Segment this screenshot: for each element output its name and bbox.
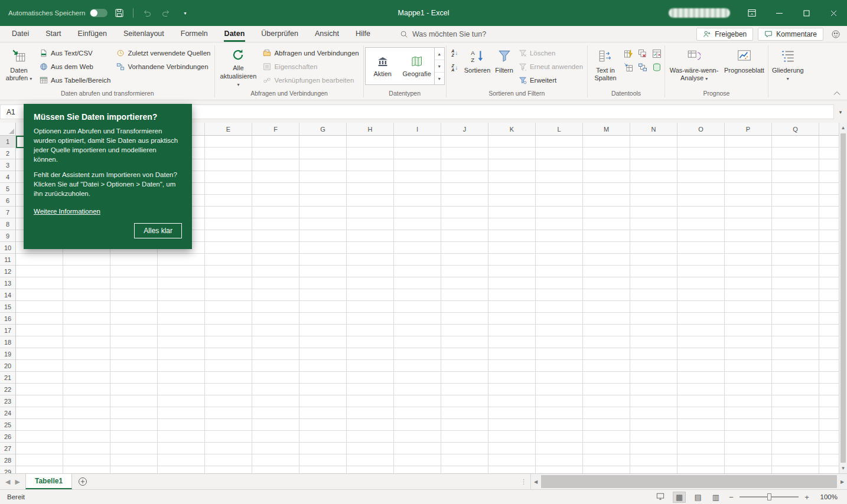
column-header-K[interactable]: K: [488, 123, 536, 135]
row-header-17[interactable]: 17: [0, 325, 15, 336]
close-button[interactable]: [820, 0, 847, 26]
row-header-14[interactable]: 14: [0, 289, 15, 301]
row-header-6[interactable]: 6: [0, 195, 15, 207]
view-page-layout-button[interactable]: ▤: [692, 492, 703, 502]
hscroll-track[interactable]: [540, 474, 838, 489]
gallery-down-button[interactable]: ▼: [435, 60, 444, 73]
add-sheet-button[interactable]: [72, 474, 93, 489]
tab-überprüfen[interactable]: Überprüfen: [253, 26, 307, 42]
refresh-all-button[interactable]: Alle aktualisieren ▾: [216, 44, 260, 89]
display-settings-button[interactable]: [654, 492, 667, 503]
remove-duplicates-button[interactable]: [636, 47, 649, 60]
row-header-4[interactable]: 4: [0, 171, 15, 183]
row-header-26[interactable]: 26: [0, 431, 15, 443]
comments-button[interactable]: Kommentare: [758, 28, 823, 41]
row-header-2[interactable]: 2: [0, 148, 15, 159]
column-header-O[interactable]: O: [677, 123, 725, 135]
user-name-blurred[interactable]: [669, 8, 730, 18]
row-header-22[interactable]: 22: [0, 384, 15, 395]
view-normal-button[interactable]: ▦: [673, 492, 686, 503]
row-header-8[interactable]: 8: [0, 218, 15, 230]
row-header-16[interactable]: 16: [0, 313, 15, 325]
tab-hilfe[interactable]: Hilfe: [347, 26, 379, 42]
row-header-12[interactable]: 12: [0, 266, 15, 277]
sort-desc-button[interactable]: ZA↓: [448, 61, 462, 74]
tab-seitenlayout[interactable]: Seitenlayout: [115, 26, 172, 42]
undo-button[interactable]: [140, 6, 154, 20]
row-header-20[interactable]: 20: [0, 360, 15, 372]
zoom-slider[interactable]: [740, 496, 799, 498]
advanced-filter-button[interactable]: Erweitert: [516, 73, 586, 87]
sheet-tab-tabelle1[interactable]: Tabelle1: [25, 474, 72, 489]
filter-button[interactable]: Filtern: [493, 44, 516, 89]
column-header-L[interactable]: L: [536, 123, 583, 135]
reapply-filter-button[interactable]: Erneut anwenden: [516, 60, 586, 73]
tell-me-search[interactable]: Was möchten Sie tun?: [400, 26, 486, 42]
tab-formeln[interactable]: Formeln: [172, 26, 216, 42]
recent-sources-button[interactable]: Zuletzt verwendete Quellen: [113, 46, 213, 60]
column-header-H[interactable]: H: [347, 123, 394, 135]
row-header-25[interactable]: 25: [0, 419, 15, 431]
column-header-partial[interactable]: [819, 123, 839, 135]
sort-asc-button[interactable]: AZ↓: [448, 46, 462, 60]
queries-connections-button[interactable]: Abfragen und Verbindungen: [260, 46, 361, 60]
minimize-button[interactable]: [765, 0, 793, 26]
consolidate-button[interactable]: [622, 61, 635, 74]
outline-button[interactable]: Gliederung▾: [770, 44, 806, 89]
text-to-columns-button[interactable]: Text in Spalten: [589, 44, 622, 89]
column-header-F[interactable]: F: [252, 123, 299, 135]
row-header-29[interactable]: 29: [0, 466, 15, 473]
customize-quick-access-button[interactable]: ▾: [178, 6, 192, 20]
column-header-I[interactable]: I: [394, 123, 441, 135]
gallery-more-button[interactable]: ▼: [435, 73, 444, 84]
column-header-J[interactable]: J: [441, 123, 488, 135]
save-button[interactable]: [112, 6, 126, 20]
maximize-button[interactable]: [793, 0, 820, 26]
tab-einfügen[interactable]: Einfügen: [70, 26, 115, 42]
select-all-corner[interactable]: [0, 123, 16, 136]
row-header-7[interactable]: 7: [0, 207, 15, 218]
flash-fill-button[interactable]: [622, 47, 635, 60]
from-table-range-button[interactable]: Aus Tabelle/Bereich: [37, 73, 113, 87]
geography-button[interactable]: Geografie: [400, 48, 434, 84]
row-header-18[interactable]: 18: [0, 336, 15, 348]
from-web-button[interactable]: Aus dem Web: [37, 60, 113, 73]
get-data-button[interactable]: Daten abrufen ▾: [1, 44, 37, 89]
row-header-19[interactable]: 19: [0, 348, 15, 360]
tab-start[interactable]: Start: [37, 26, 69, 42]
tab-ansicht[interactable]: Ansicht: [307, 26, 347, 42]
hscroll-left-icon[interactable]: ◀: [531, 479, 540, 485]
view-page-break-button[interactable]: ▥: [710, 492, 722, 502]
sheet-next-icon[interactable]: ▶: [13, 478, 21, 486]
from-text-csv-button[interactable]: Aus Text/CSV: [37, 46, 113, 60]
column-header-P[interactable]: P: [725, 123, 772, 135]
tab-daten[interactable]: Daten: [216, 26, 253, 42]
clear-filter-button[interactable]: Löschen: [516, 46, 586, 60]
column-header-N[interactable]: N: [630, 123, 677, 135]
what-if-analysis-button[interactable]: Was-wäre-wenn-Analyse ▾: [666, 44, 722, 89]
row-header-13[interactable]: 13: [0, 277, 15, 289]
vertical-scrollbar[interactable]: ▲ ▼: [839, 123, 847, 473]
tab-splitter-handle[interactable]: ⋮: [517, 474, 530, 489]
tab-datei[interactable]: Datei: [4, 26, 37, 42]
share-button[interactable]: Freigeben: [696, 28, 753, 41]
gallery-up-button[interactable]: ▲: [435, 48, 444, 60]
row-header-1[interactable]: 1: [0, 136, 15, 148]
zoom-in-button[interactable]: +: [803, 493, 810, 502]
vscroll-up-icon[interactable]: ▲: [839, 123, 847, 133]
collapse-ribbon-button[interactable]: [832, 89, 842, 97]
forecast-sheet-button[interactable]: Prognoseblatt: [722, 44, 767, 89]
teaser-dismiss-button[interactable]: Alles klar: [134, 223, 182, 238]
properties-button[interactable]: Eigenschaften: [260, 60, 361, 73]
sort-button[interactable]: AZ Sortieren: [462, 44, 493, 89]
vscroll-thumb[interactable]: [841, 133, 846, 463]
row-header-24[interactable]: 24: [0, 407, 15, 419]
teaser-more-info-link[interactable]: Weitere Informationen: [34, 208, 100, 215]
row-header-9[interactable]: 9: [0, 230, 15, 242]
row-header-23[interactable]: 23: [0, 395, 15, 407]
column-header-Q[interactable]: Q: [772, 123, 819, 135]
horizontal-scrollbar[interactable]: ◀ ▶: [530, 474, 847, 489]
edit-links-button[interactable]: Verknüpfungen bearbeiten: [260, 73, 361, 87]
relationships-button[interactable]: [636, 61, 649, 74]
zoom-out-button[interactable]: −: [728, 493, 735, 502]
